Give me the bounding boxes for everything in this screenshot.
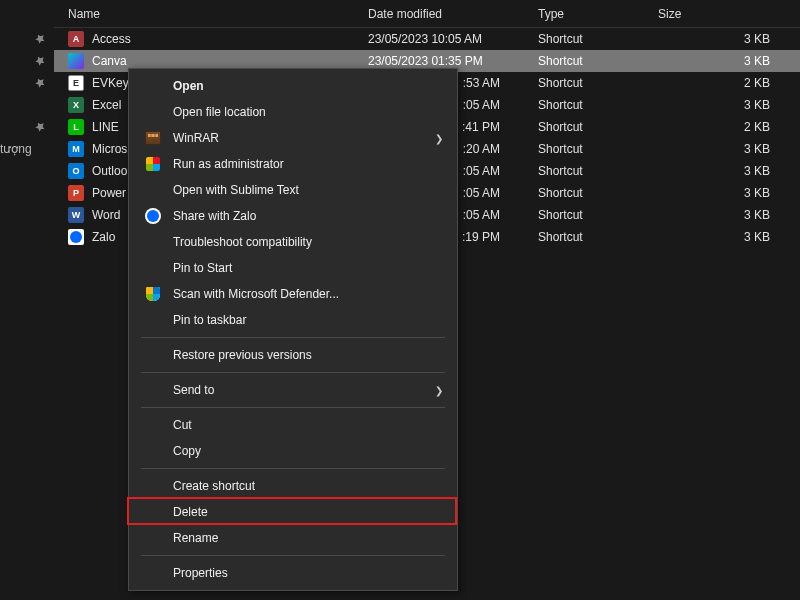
excel-icon: X [68,97,84,113]
menu-run-as-admin[interactable]: Run as administrator [129,151,457,177]
pin-icon [32,75,49,92]
file-size: 3 KB [658,208,800,222]
file-type: Shortcut [538,142,658,156]
file-type: Shortcut [538,230,658,244]
file-name-label: LINE [92,120,119,134]
access-icon: A [68,31,84,47]
file-size: 3 KB [658,98,800,112]
file-name-label: Access [92,32,131,46]
column-name-header[interactable]: Name [68,7,368,21]
menu-delete[interactable]: Delete [129,499,457,525]
context-menu: Open Open file location WinRAR ❯ Run as … [128,68,458,591]
file-size: 3 KB [658,230,800,244]
menu-cut[interactable]: Cut [129,412,457,438]
sidebar: tượng [0,0,54,600]
menu-copy[interactable]: Copy [129,438,457,464]
file-type: Shortcut [538,54,658,68]
menu-open-file-location[interactable]: Open file location [129,99,457,125]
file-date: 23/05/2023 10:05 AM [368,32,538,46]
file-type: Shortcut [538,76,658,90]
menu-restore-versions[interactable]: Restore previous versions [129,342,457,368]
shield-icon [143,156,163,172]
power-icon: P [68,185,84,201]
column-size-header[interactable]: Size [658,7,800,21]
sidebar-pin-row[interactable] [0,116,54,138]
sidebar-pin-row[interactable] [0,72,54,94]
evkey-icon: E [68,75,84,91]
file-size: 3 KB [658,54,800,68]
sidebar-pin-row[interactable] [0,28,54,50]
file-size: 2 KB [658,120,800,134]
zalo-icon [68,229,84,245]
outlook-icon: O [68,163,84,179]
line-icon: L [68,119,84,135]
menu-properties[interactable]: Properties [129,560,457,586]
menu-send-to[interactable]: Send to❯ [129,377,457,403]
menu-open[interactable]: Open [129,73,457,99]
file-name-label: Power [92,186,126,200]
file-date: 23/05/2023 01:35 PM [368,54,538,68]
file-type: Shortcut [538,164,658,178]
menu-open-sublime[interactable]: Open with Sublime Text [129,177,457,203]
column-type-header[interactable]: Type [538,7,658,21]
column-date-header[interactable]: Date modified [368,7,538,21]
menu-separator [141,337,445,338]
defender-icon [143,286,163,302]
ms-icon: M [68,141,84,157]
file-name-label: EVKey [92,76,129,90]
chevron-right-icon: ❯ [435,133,443,144]
file-name-label: Outloo [92,164,127,178]
menu-separator [141,372,445,373]
file-name-label: Canva [92,54,127,68]
menu-separator [141,407,445,408]
file-name-label: Micros [92,142,127,156]
file-type: Shortcut [538,98,658,112]
file-type: Shortcut [538,120,658,134]
file-type: Shortcut [538,32,658,46]
pin-icon [32,53,49,70]
zalo-icon [143,208,163,224]
file-size: 2 KB [658,76,800,90]
column-header-row: Name Date modified Type Size [54,0,800,28]
file-name-label: Zalo [92,230,115,244]
file-size: 3 KB [658,32,800,46]
menu-create-shortcut[interactable]: Create shortcut [129,473,457,499]
menu-pin-start[interactable]: Pin to Start [129,255,457,281]
menu-share-zalo[interactable]: Share with Zalo [129,203,457,229]
file-size: 3 KB [658,186,800,200]
menu-winrar[interactable]: WinRAR ❯ [129,125,457,151]
file-size: 3 KB [658,164,800,178]
winrar-icon [143,130,163,146]
file-type: Shortcut [538,186,658,200]
menu-separator [141,468,445,469]
word-icon: W [68,207,84,223]
file-type: Shortcut [538,208,658,222]
pin-icon [32,119,49,136]
menu-rename[interactable]: Rename [129,525,457,551]
menu-defender[interactable]: Scan with Microsoft Defender... [129,281,457,307]
pin-icon [32,31,49,48]
chevron-right-icon: ❯ [435,385,443,396]
file-name-label: Word [92,208,120,222]
sidebar-pin-row[interactable] [0,50,54,72]
menu-troubleshoot[interactable]: Troubleshoot compatibility [129,229,457,255]
sidebar-partial-text[interactable]: tượng [0,138,54,160]
canva-icon [68,53,84,69]
file-size: 3 KB [658,142,800,156]
menu-pin-taskbar[interactable]: Pin to taskbar [129,307,457,333]
file-row[interactable]: AAccess23/05/2023 10:05 AMShortcut3 KB [54,28,800,50]
file-name-label: Excel [92,98,121,112]
menu-separator [141,555,445,556]
